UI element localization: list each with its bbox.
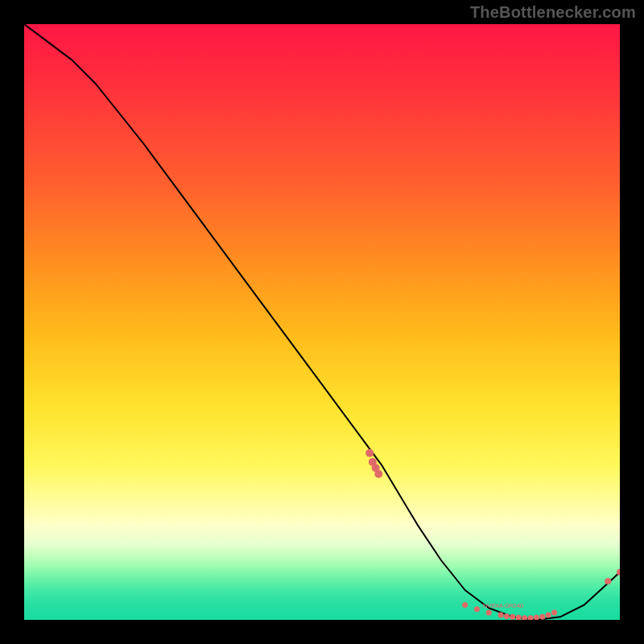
data-point [539, 614, 545, 620]
data-point [546, 613, 551, 618]
data-point [462, 602, 468, 608]
data-point [522, 615, 527, 620]
chart-overlay: NVIDIA GR240 [24, 24, 620, 620]
chart-frame: NVIDIA GR240 TheBottlenecker.com [0, 0, 644, 644]
watermark-text: TheBottlenecker.com [470, 3, 636, 22]
data-point [474, 606, 480, 612]
data-point [510, 614, 515, 620]
data-point [605, 578, 611, 584]
data-points [365, 449, 620, 620]
data-point [551, 610, 557, 616]
plot-area: NVIDIA GR240 [24, 24, 620, 620]
data-point [528, 615, 534, 620]
bottleneck-curve [24, 24, 620, 620]
data-point [534, 615, 539, 621]
data-point [504, 613, 510, 619]
inline-series-label: NVIDIA GR240 [483, 602, 524, 609]
data-point [486, 610, 492, 616]
data-point [516, 615, 522, 621]
data-point [365, 449, 374, 457]
data-point [374, 470, 382, 478]
data-point [498, 613, 504, 618]
